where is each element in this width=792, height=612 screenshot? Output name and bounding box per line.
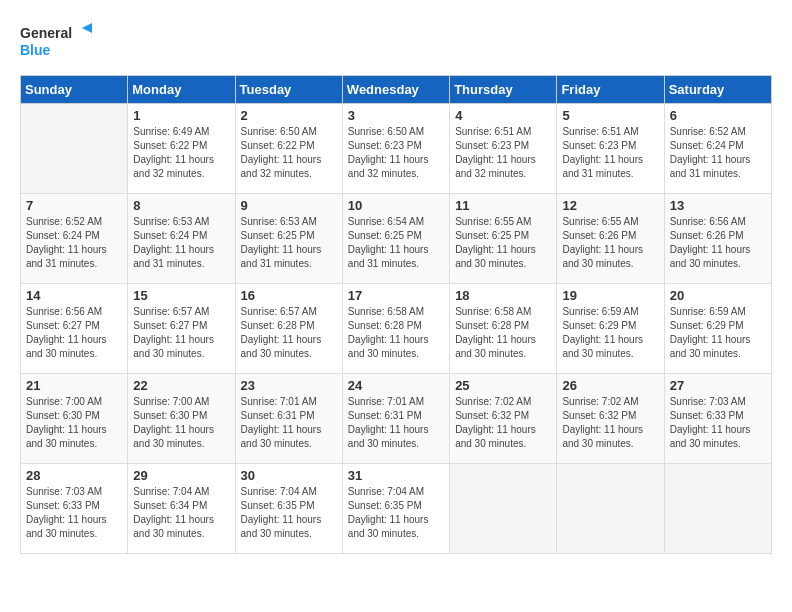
- calendar-cell: 14Sunrise: 6:56 AM Sunset: 6:27 PM Dayli…: [21, 284, 128, 374]
- week-row-0: 1Sunrise: 6:49 AM Sunset: 6:22 PM Daylig…: [21, 104, 772, 194]
- cell-info: Sunrise: 7:04 AM Sunset: 6:34 PM Dayligh…: [133, 485, 229, 541]
- week-row-2: 14Sunrise: 6:56 AM Sunset: 6:27 PM Dayli…: [21, 284, 772, 374]
- day-number: 23: [241, 378, 337, 393]
- day-number: 2: [241, 108, 337, 123]
- cell-info: Sunrise: 7:02 AM Sunset: 6:32 PM Dayligh…: [562, 395, 658, 451]
- calendar-cell: 30Sunrise: 7:04 AM Sunset: 6:35 PM Dayli…: [235, 464, 342, 554]
- cell-info: Sunrise: 7:03 AM Sunset: 6:33 PM Dayligh…: [26, 485, 122, 541]
- cell-info: Sunrise: 6:54 AM Sunset: 6:25 PM Dayligh…: [348, 215, 444, 271]
- calendar-cell: 1Sunrise: 6:49 AM Sunset: 6:22 PM Daylig…: [128, 104, 235, 194]
- calendar-cell: 22Sunrise: 7:00 AM Sunset: 6:30 PM Dayli…: [128, 374, 235, 464]
- calendar-cell: 20Sunrise: 6:59 AM Sunset: 6:29 PM Dayli…: [664, 284, 771, 374]
- calendar-cell: 31Sunrise: 7:04 AM Sunset: 6:35 PM Dayli…: [342, 464, 449, 554]
- calendar-table: SundayMondayTuesdayWednesdayThursdayFrid…: [20, 75, 772, 554]
- svg-text:General: General: [20, 25, 72, 41]
- day-number: 18: [455, 288, 551, 303]
- cell-info: Sunrise: 6:51 AM Sunset: 6:23 PM Dayligh…: [455, 125, 551, 181]
- calendar-cell: 17Sunrise: 6:58 AM Sunset: 6:28 PM Dayli…: [342, 284, 449, 374]
- day-number: 12: [562, 198, 658, 213]
- calendar-cell: 12Sunrise: 6:55 AM Sunset: 6:26 PM Dayli…: [557, 194, 664, 284]
- day-number: 10: [348, 198, 444, 213]
- week-row-3: 21Sunrise: 7:00 AM Sunset: 6:30 PM Dayli…: [21, 374, 772, 464]
- day-number: 4: [455, 108, 551, 123]
- cell-info: Sunrise: 7:00 AM Sunset: 6:30 PM Dayligh…: [26, 395, 122, 451]
- cell-info: Sunrise: 6:55 AM Sunset: 6:26 PM Dayligh…: [562, 215, 658, 271]
- calendar-cell: 8Sunrise: 6:53 AM Sunset: 6:24 PM Daylig…: [128, 194, 235, 284]
- logo-svg: General Blue: [20, 20, 100, 65]
- calendar-cell: 2Sunrise: 6:50 AM Sunset: 6:22 PM Daylig…: [235, 104, 342, 194]
- header-thursday: Thursday: [450, 76, 557, 104]
- cell-info: Sunrise: 6:55 AM Sunset: 6:25 PM Dayligh…: [455, 215, 551, 271]
- calendar-header-row: SundayMondayTuesdayWednesdayThursdayFrid…: [21, 76, 772, 104]
- header-tuesday: Tuesday: [235, 76, 342, 104]
- day-number: 13: [670, 198, 766, 213]
- calendar-cell: 7Sunrise: 6:52 AM Sunset: 6:24 PM Daylig…: [21, 194, 128, 284]
- day-number: 24: [348, 378, 444, 393]
- day-number: 1: [133, 108, 229, 123]
- calendar-cell: 15Sunrise: 6:57 AM Sunset: 6:27 PM Dayli…: [128, 284, 235, 374]
- cell-info: Sunrise: 7:01 AM Sunset: 6:31 PM Dayligh…: [348, 395, 444, 451]
- day-number: 28: [26, 468, 122, 483]
- calendar-cell: [21, 104, 128, 194]
- header-wednesday: Wednesday: [342, 76, 449, 104]
- day-number: 3: [348, 108, 444, 123]
- cell-info: Sunrise: 6:56 AM Sunset: 6:26 PM Dayligh…: [670, 215, 766, 271]
- calendar-cell: 13Sunrise: 6:56 AM Sunset: 6:26 PM Dayli…: [664, 194, 771, 284]
- cell-info: Sunrise: 6:49 AM Sunset: 6:22 PM Dayligh…: [133, 125, 229, 181]
- day-number: 15: [133, 288, 229, 303]
- cell-info: Sunrise: 6:51 AM Sunset: 6:23 PM Dayligh…: [562, 125, 658, 181]
- calendar-cell: 3Sunrise: 6:50 AM Sunset: 6:23 PM Daylig…: [342, 104, 449, 194]
- calendar-cell: 27Sunrise: 7:03 AM Sunset: 6:33 PM Dayli…: [664, 374, 771, 464]
- cell-info: Sunrise: 6:59 AM Sunset: 6:29 PM Dayligh…: [562, 305, 658, 361]
- day-number: 5: [562, 108, 658, 123]
- cell-info: Sunrise: 6:53 AM Sunset: 6:24 PM Dayligh…: [133, 215, 229, 271]
- calendar-cell: [664, 464, 771, 554]
- calendar-cell: 26Sunrise: 7:02 AM Sunset: 6:32 PM Dayli…: [557, 374, 664, 464]
- day-number: 31: [348, 468, 444, 483]
- day-number: 22: [133, 378, 229, 393]
- cell-info: Sunrise: 6:57 AM Sunset: 6:27 PM Dayligh…: [133, 305, 229, 361]
- week-row-4: 28Sunrise: 7:03 AM Sunset: 6:33 PM Dayli…: [21, 464, 772, 554]
- day-number: 19: [562, 288, 658, 303]
- calendar-cell: 16Sunrise: 6:57 AM Sunset: 6:28 PM Dayli…: [235, 284, 342, 374]
- day-number: 25: [455, 378, 551, 393]
- header-monday: Monday: [128, 76, 235, 104]
- header-sunday: Sunday: [21, 76, 128, 104]
- cell-info: Sunrise: 6:52 AM Sunset: 6:24 PM Dayligh…: [670, 125, 766, 181]
- calendar-cell: [557, 464, 664, 554]
- cell-info: Sunrise: 6:50 AM Sunset: 6:23 PM Dayligh…: [348, 125, 444, 181]
- calendar-cell: 4Sunrise: 6:51 AM Sunset: 6:23 PM Daylig…: [450, 104, 557, 194]
- calendar-cell: 25Sunrise: 7:02 AM Sunset: 6:32 PM Dayli…: [450, 374, 557, 464]
- header-friday: Friday: [557, 76, 664, 104]
- day-number: 30: [241, 468, 337, 483]
- cell-info: Sunrise: 7:00 AM Sunset: 6:30 PM Dayligh…: [133, 395, 229, 451]
- cell-info: Sunrise: 6:52 AM Sunset: 6:24 PM Dayligh…: [26, 215, 122, 271]
- calendar-cell: 19Sunrise: 6:59 AM Sunset: 6:29 PM Dayli…: [557, 284, 664, 374]
- cell-info: Sunrise: 6:58 AM Sunset: 6:28 PM Dayligh…: [348, 305, 444, 361]
- day-number: 6: [670, 108, 766, 123]
- cell-info: Sunrise: 7:04 AM Sunset: 6:35 PM Dayligh…: [241, 485, 337, 541]
- day-number: 9: [241, 198, 337, 213]
- page-header: General Blue: [20, 20, 772, 65]
- day-number: 26: [562, 378, 658, 393]
- day-number: 29: [133, 468, 229, 483]
- calendar-cell: 29Sunrise: 7:04 AM Sunset: 6:34 PM Dayli…: [128, 464, 235, 554]
- cell-info: Sunrise: 6:58 AM Sunset: 6:28 PM Dayligh…: [455, 305, 551, 361]
- day-number: 17: [348, 288, 444, 303]
- day-number: 21: [26, 378, 122, 393]
- cell-info: Sunrise: 7:02 AM Sunset: 6:32 PM Dayligh…: [455, 395, 551, 451]
- cell-info: Sunrise: 7:04 AM Sunset: 6:35 PM Dayligh…: [348, 485, 444, 541]
- calendar-cell: 10Sunrise: 6:54 AM Sunset: 6:25 PM Dayli…: [342, 194, 449, 284]
- cell-info: Sunrise: 6:56 AM Sunset: 6:27 PM Dayligh…: [26, 305, 122, 361]
- day-number: 7: [26, 198, 122, 213]
- calendar-cell: 9Sunrise: 6:53 AM Sunset: 6:25 PM Daylig…: [235, 194, 342, 284]
- cell-info: Sunrise: 7:03 AM Sunset: 6:33 PM Dayligh…: [670, 395, 766, 451]
- calendar-cell: 23Sunrise: 7:01 AM Sunset: 6:31 PM Dayli…: [235, 374, 342, 464]
- svg-text:Blue: Blue: [20, 42, 51, 58]
- cell-info: Sunrise: 6:53 AM Sunset: 6:25 PM Dayligh…: [241, 215, 337, 271]
- header-saturday: Saturday: [664, 76, 771, 104]
- calendar-cell: 24Sunrise: 7:01 AM Sunset: 6:31 PM Dayli…: [342, 374, 449, 464]
- cell-info: Sunrise: 6:57 AM Sunset: 6:28 PM Dayligh…: [241, 305, 337, 361]
- calendar-cell: 11Sunrise: 6:55 AM Sunset: 6:25 PM Dayli…: [450, 194, 557, 284]
- calendar-cell: [450, 464, 557, 554]
